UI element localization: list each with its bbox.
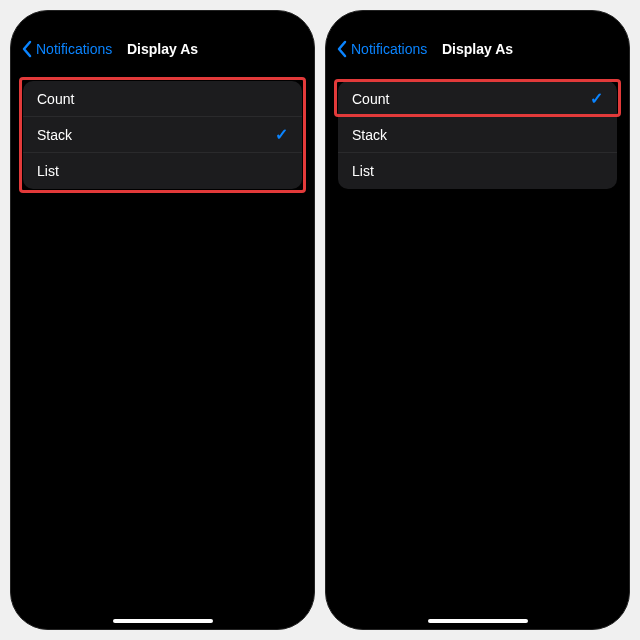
checkmark-icon: ✓ [590, 89, 603, 108]
notch [418, 11, 538, 33]
option-label: Count [37, 91, 74, 107]
option-count[interactable]: Count ✓ [338, 81, 617, 117]
phone-left: Notifications Display As Count Stack ✓ L… [10, 10, 315, 630]
notch [103, 11, 223, 33]
option-label: Stack [37, 127, 72, 143]
options-list: Count Stack ✓ List [23, 81, 302, 189]
option-stack[interactable]: Stack ✓ [23, 117, 302, 153]
content-area: Count ✓ Stack List [326, 67, 629, 629]
back-button[interactable]: Notifications [21, 40, 112, 58]
option-list[interactable]: List [23, 153, 302, 189]
option-count[interactable]: Count [23, 81, 302, 117]
chevron-left-icon [21, 40, 33, 58]
page-title: Display As [127, 41, 198, 57]
options-list: Count ✓ Stack List [338, 81, 617, 189]
back-button[interactable]: Notifications [336, 40, 427, 58]
back-label: Notifications [36, 41, 112, 57]
home-indicator[interactable] [113, 619, 213, 623]
phone-right: Notifications Display As Count ✓ Stack L… [325, 10, 630, 630]
content-area: Count Stack ✓ List [11, 67, 314, 629]
page-title: Display As [442, 41, 513, 57]
checkmark-icon: ✓ [275, 125, 288, 144]
chevron-left-icon [336, 40, 348, 58]
home-indicator[interactable] [428, 619, 528, 623]
option-label: List [37, 163, 59, 179]
option-stack[interactable]: Stack [338, 117, 617, 153]
option-label: Stack [352, 127, 387, 143]
back-label: Notifications [351, 41, 427, 57]
option-list[interactable]: List [338, 153, 617, 189]
option-label: Count [352, 91, 389, 107]
option-label: List [352, 163, 374, 179]
